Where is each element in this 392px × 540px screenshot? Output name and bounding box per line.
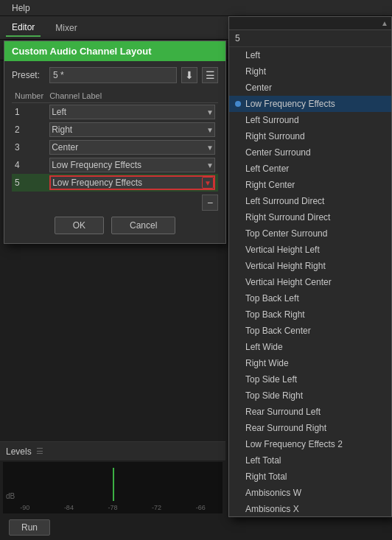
dialog-buttons: OK Cancel xyxy=(12,211,218,237)
dropdown-item-label: Right xyxy=(245,66,266,77)
list-item[interactable]: Low Frequency Effects xyxy=(229,96,391,112)
dropdown-item-label: Rear Surround Right xyxy=(245,423,326,433)
ruler-label-4: -72 xyxy=(152,504,161,511)
list-item[interactable]: Rear Surround Left xyxy=(229,404,391,420)
list-item[interactable]: Left Surround xyxy=(229,112,391,128)
list-item[interactable]: Left xyxy=(229,47,391,63)
tab-editor[interactable]: Editor xyxy=(6,19,41,37)
list-item[interactable]: Ambisonics X xyxy=(229,501,391,517)
dropdown-item-label: Top Back Center xyxy=(245,326,311,336)
dropdown-item-label: Vertical Height Left xyxy=(245,245,320,255)
channel-label-select[interactable]: Low Frequency Effects xyxy=(49,175,215,190)
list-item[interactable]: Right Wide xyxy=(229,355,391,371)
list-item[interactable]: Ambisonics W xyxy=(229,485,391,501)
dialog-title: Custom Audio Channel Layout xyxy=(12,46,151,57)
dropdown-item-label: Right Total xyxy=(245,471,287,482)
meter-bar xyxy=(113,468,114,501)
dialog-title-bar: Custom Audio Channel Layout xyxy=(4,41,225,61)
dropdown-count: 5 xyxy=(229,30,391,47)
list-item[interactable]: Top Back Center xyxy=(229,323,391,339)
list-item[interactable]: Right xyxy=(229,63,391,80)
list-item[interactable]: Top Back Left xyxy=(229,290,391,306)
ok-button[interactable]: OK xyxy=(55,217,104,234)
list-item[interactable]: Top Side Right xyxy=(229,388,391,404)
channel-label-select[interactable]: Right xyxy=(49,122,215,137)
dropdown-items-container: LeftRightCenterLow Frequency EffectsLeft… xyxy=(229,47,391,517)
tab-mixer[interactable]: Mixer xyxy=(49,20,83,36)
unselected-indicator xyxy=(235,182,241,188)
channel-label-select[interactable]: Left xyxy=(49,105,215,119)
unselected-indicator xyxy=(235,409,241,415)
ruler-label-1: -90 xyxy=(20,504,29,511)
dropdown-header: ▲ xyxy=(229,17,391,30)
dropdown-item-label: Ambisonics X xyxy=(245,504,299,514)
preset-select[interactable]: 5 * xyxy=(49,67,177,83)
unselected-indicator xyxy=(235,328,241,334)
channel-table: Number Channel Label 1Left▼2Right▼3Cente… xyxy=(12,89,218,192)
db-label: dB xyxy=(6,492,15,500)
dropdown-item-label: Right Center xyxy=(245,180,295,190)
dropdown-list: ▲ 5 LeftRightCenterLow Frequency Effects… xyxy=(228,16,392,517)
menu-help[interactable]: Help xyxy=(6,3,36,13)
dropdown-item-label: Left Surround xyxy=(245,115,299,125)
table-row: 2Right▼ xyxy=(12,121,218,138)
list-item[interactable]: Low Frequency Effects 2 xyxy=(229,436,391,452)
list-item[interactable]: Right Surround Direct xyxy=(229,209,391,225)
list-item[interactable]: Vertical Height Right xyxy=(229,258,391,274)
dropdown-item-label: Right Surround Direct xyxy=(245,212,330,222)
channel-number-cell: 4 xyxy=(12,156,46,174)
list-item[interactable]: Left Wide xyxy=(229,339,391,355)
remove-channel-button[interactable]: − xyxy=(202,194,218,211)
run-button[interactable]: Run xyxy=(9,519,50,536)
ruler-label-3: -78 xyxy=(108,504,117,511)
col-label: Channel Label xyxy=(46,89,218,103)
list-item[interactable]: Vertical Height Center xyxy=(229,274,391,290)
dropdown-item-label: Top Side Left xyxy=(245,374,297,385)
unselected-indicator xyxy=(235,231,241,236)
list-item[interactable]: Vertical Height Left xyxy=(229,242,391,258)
list-item[interactable]: Center Surround xyxy=(229,144,391,161)
list-item[interactable]: Right Center xyxy=(229,177,391,193)
channel-label-cell: Center▼ xyxy=(46,138,218,156)
channel-select-wrapper: Low Frequency Effects▼ xyxy=(49,175,215,190)
channel-number-cell: 1 xyxy=(12,103,46,122)
list-item[interactable]: Left Surround Direct xyxy=(229,193,391,209)
unselected-indicator xyxy=(235,85,241,91)
unselected-indicator xyxy=(235,214,241,220)
scroll-up-icon[interactable]: ▲ xyxy=(381,19,388,27)
unselected-indicator xyxy=(235,393,241,399)
dropdown-item-label: Vertical Height Center xyxy=(245,277,332,287)
channel-select-wrapper: Center▼ xyxy=(49,140,215,155)
cancel-button[interactable]: Cancel xyxy=(111,217,175,234)
channel-select-wrapper: Left▼ xyxy=(49,105,215,119)
unselected-indicator xyxy=(235,506,241,512)
dropdown-item-label: Left xyxy=(245,50,260,60)
list-item[interactable]: Rear Surround Right xyxy=(229,420,391,436)
unselected-indicator xyxy=(235,263,241,269)
list-item[interactable]: Left Center xyxy=(229,161,391,177)
list-item[interactable]: Top Center Surround xyxy=(229,225,391,242)
meter-ruler: -90 -84 -78 -72 -66 xyxy=(3,502,223,513)
unselected-indicator xyxy=(235,457,241,463)
preset-menu-button[interactable]: ☰ xyxy=(202,67,218,83)
channel-label-select[interactable]: Low Frequency Effects xyxy=(49,158,215,172)
list-item[interactable]: Right Surround xyxy=(229,128,391,144)
unselected-indicator xyxy=(235,360,241,366)
channel-label-cell: Low Frequency Effects▼ xyxy=(46,156,218,174)
channel-label-select[interactable]: Center xyxy=(49,140,215,155)
list-item[interactable]: Right Total xyxy=(229,469,391,485)
channel-select-wrapper: Low Frequency Effects▼ xyxy=(49,158,215,172)
dropdown-item-label: Ambisonics W xyxy=(245,488,301,498)
list-item[interactable]: Left Total xyxy=(229,452,391,469)
dropdown-item-label: Top Side Right xyxy=(245,390,303,401)
unselected-indicator xyxy=(235,441,241,447)
list-item[interactable]: Top Side Left xyxy=(229,371,391,388)
unselected-indicator xyxy=(235,117,241,123)
unselected-indicator xyxy=(235,295,241,301)
table-row: 4Low Frequency Effects▼ xyxy=(12,156,218,174)
list-item[interactable]: Top Back Right xyxy=(229,306,391,323)
dropdown-item-label: Top Center Surround xyxy=(245,228,327,239)
preset-save-button[interactable]: ⬇ xyxy=(181,67,197,83)
list-item[interactable]: Center xyxy=(229,80,391,96)
dialog-body: Preset: 5 * ⬇ ☰ Number Channel Label 1Le… xyxy=(4,61,225,243)
